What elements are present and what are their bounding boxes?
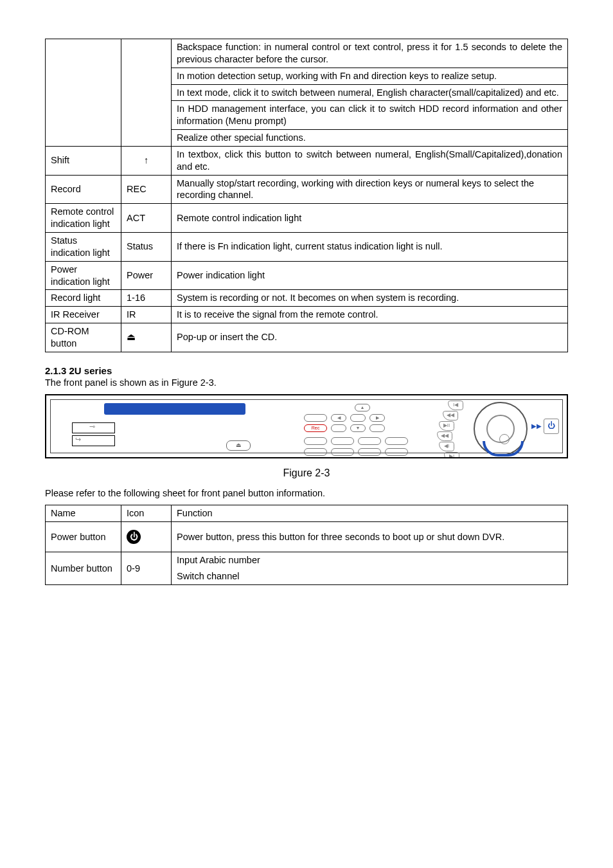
- num-button: [331, 437, 354, 445]
- cell-icon: Status: [121, 232, 172, 261]
- cell-desc: Pop-up or insert the CD.: [172, 323, 568, 352]
- fn-button: [304, 414, 327, 422]
- power-icon: ⏻: [127, 530, 141, 544]
- front-panel-figure: ⊸ ↪ ⏏ ▲ ◀ ▶ Rec ▼: [45, 394, 568, 458]
- table-note: Please refer to the following sheet for …: [45, 488, 568, 498]
- next-track-button: ▶I: [444, 452, 459, 458]
- eject-icon: ⏏: [121, 323, 172, 352]
- cell-icon: ⏻: [121, 521, 172, 552]
- header-name: Name: [46, 505, 121, 521]
- fastfwd-icon: ▶▶: [531, 422, 542, 429]
- cell-name: Record: [46, 175, 121, 204]
- cell-icon: 1-16: [121, 290, 172, 307]
- cf-slot: ↪: [72, 435, 115, 446]
- cell-desc: Power indication light: [172, 261, 568, 290]
- header-function: Function: [172, 505, 568, 521]
- cell-desc: If there is Fn indication light, current…: [172, 232, 568, 261]
- fastfwd-button: ◀◀: [437, 431, 452, 441]
- left-button: ◀: [331, 414, 346, 422]
- power-button: ⏻: [544, 419, 559, 434]
- cell-name: Shift: [46, 146, 121, 175]
- shift-icon: ↑: [121, 146, 172, 175]
- cell-name: Status indication light: [46, 232, 121, 261]
- control-button-grid: ▲ ◀ ▶ Rec ▼: [303, 402, 429, 458]
- led-indicator-strip: [104, 403, 245, 415]
- prev-track-button: I◀: [448, 401, 463, 410]
- num-button: [385, 437, 408, 445]
- cell-empty: [121, 39, 172, 147]
- cell-desc: In motion detection setup, working with …: [172, 68, 568, 84]
- cell-name: Power button: [46, 521, 121, 552]
- cell-icon: IR: [121, 307, 172, 323]
- cell-desc: Realize other special functions.: [172, 130, 568, 147]
- enter-button: [350, 414, 366, 422]
- jog-inner: [486, 415, 515, 443]
- shift-button: [369, 424, 385, 432]
- jog-dial: [474, 402, 528, 456]
- rec-button: Rec: [304, 424, 327, 432]
- section-heading: 2.1.3 2U series: [45, 365, 568, 376]
- num-button: [358, 448, 381, 456]
- cell-name: IR Receiver: [46, 307, 121, 323]
- section-intro: The front panel is shown as in Figure 2-…: [45, 377, 568, 388]
- cell-desc: Switch channel: [172, 568, 568, 584]
- cell-desc: In textbox, click this button to switch …: [172, 146, 568, 175]
- cell-desc: Manually stop/start recording, working w…: [172, 175, 568, 204]
- cell-desc: Power button, press this button for thre…: [172, 521, 568, 552]
- cell-name: Record light: [46, 290, 121, 307]
- right-button: ▶: [369, 414, 385, 422]
- cell-icon: Power: [121, 261, 172, 290]
- play-button: ▶II: [439, 421, 454, 431]
- cell-desc: In text mode, click it to switch between…: [172, 84, 568, 101]
- header-icon: Icon: [121, 505, 172, 521]
- cell-desc: Backspace function: in numeral control o…: [172, 39, 568, 68]
- cell-name: Power indication light: [46, 261, 121, 290]
- cell-name: CD-ROM button: [46, 323, 121, 352]
- rewind-button: ◀◀: [443, 411, 458, 420]
- cell-desc: It is to receive the signal from the rem…: [172, 307, 568, 323]
- cell-empty: [46, 39, 121, 147]
- cell-name: Number button: [46, 552, 121, 585]
- jog-arc: [483, 441, 524, 457]
- down-button: ▼: [350, 424, 366, 432]
- button-reference-table-continued: Backspace function: in numeral control o…: [45, 39, 568, 352]
- cell-desc: Input Arabic number: [172, 552, 568, 568]
- eject-button: ⏏: [226, 440, 251, 451]
- num-button: [385, 448, 408, 456]
- cell-desc: Remote control indication light: [172, 204, 568, 233]
- num-button: [304, 448, 327, 456]
- num-button: [358, 437, 381, 445]
- num-button: [304, 437, 327, 445]
- cell-icon: 0-9: [121, 552, 172, 585]
- cell-desc: System is recording or not. It becomes o…: [172, 290, 568, 307]
- panel-button-info-table: Name Icon Function Power button ⏻ Power …: [45, 505, 568, 585]
- stepback-button: ◀I: [439, 442, 454, 451]
- cell-icon: ACT: [121, 204, 172, 233]
- esc-button: [331, 424, 346, 432]
- cell-desc: In HDD management interface, you can cli…: [172, 101, 568, 130]
- usb-slot: ⊸: [72, 422, 115, 433]
- up-button: ▲: [355, 404, 370, 411]
- num-button: [331, 448, 354, 456]
- cell-icon: REC: [121, 175, 172, 204]
- figure-caption: Figure 2-3: [45, 467, 568, 479]
- cell-name: Remote control indication light: [46, 204, 121, 233]
